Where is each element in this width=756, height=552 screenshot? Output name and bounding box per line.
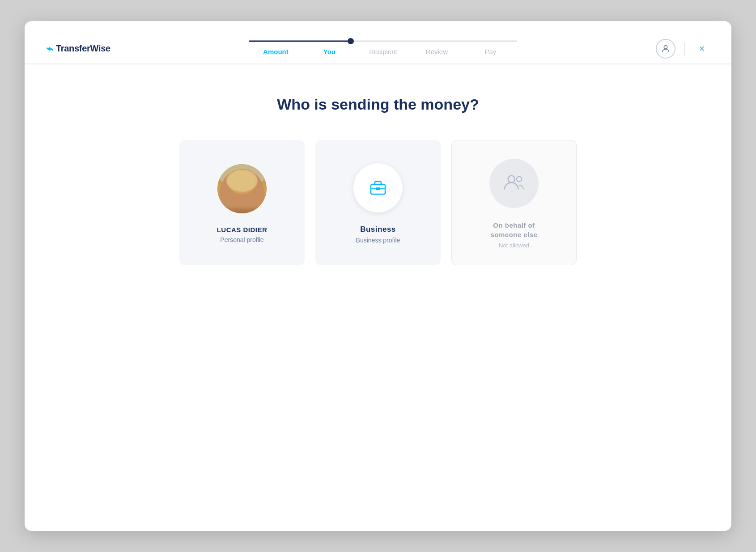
personal-avatar xyxy=(217,164,267,213)
header: ⌁ TransferWise Amount You Recipient Revi… xyxy=(25,21,731,64)
step-pay[interactable]: Pay xyxy=(463,48,517,55)
behalf-avatar xyxy=(489,159,539,208)
stepper-active-dot xyxy=(348,38,354,44)
business-profile-card[interactable]: Business Business profile xyxy=(315,140,441,265)
personal-card-subtitle: Personal profile xyxy=(220,236,263,243)
step-you[interactable]: You xyxy=(302,48,356,55)
logo: ⌁ TransferWise xyxy=(46,43,110,55)
business-card-subtitle: Business profile xyxy=(356,237,400,244)
business-avatar xyxy=(353,163,403,212)
personal-photo xyxy=(217,164,267,213)
group-icon xyxy=(503,173,525,194)
stepper-fill xyxy=(249,41,351,42)
svg-point-5 xyxy=(517,176,522,182)
header-right: × xyxy=(656,39,710,59)
profile-button[interactable] xyxy=(656,39,675,59)
business-card-name: Business xyxy=(360,225,396,234)
personal-profile-card[interactable]: LUCAS DIDIER Personal profile xyxy=(179,140,305,265)
behalf-profile-card: On behalf ofsomeone else Not allowed xyxy=(451,140,577,265)
close-button[interactable]: × xyxy=(694,41,710,57)
header-divider xyxy=(684,42,685,56)
app-window: ⌁ TransferWise Amount You Recipient Revi… xyxy=(25,21,731,531)
logo-text: TransferWise xyxy=(56,43,110,54)
svg-point-4 xyxy=(508,175,515,182)
svg-rect-3 xyxy=(376,187,380,190)
profile-cards: LUCAS DIDIER Personal profile Busine xyxy=(179,140,577,265)
step-review[interactable]: Review xyxy=(410,48,463,55)
behalf-card-subtitle: Not allowed xyxy=(499,242,529,249)
step-recipient[interactable]: Recipient xyxy=(356,48,410,55)
svg-point-0 xyxy=(664,45,667,48)
step-amount[interactable]: Amount xyxy=(249,48,302,55)
stepper: Amount You Recipient Review Pay xyxy=(110,34,656,64)
briefcase-icon xyxy=(368,177,388,199)
stepper-bar xyxy=(249,40,517,42)
logo-icon: ⌁ xyxy=(46,43,53,55)
main-content: Who is sending the money? LUCAS DIDIER P… xyxy=(25,64,731,531)
stepper-labels: Amount You Recipient Review Pay xyxy=(249,48,517,55)
personal-card-name: LUCAS DIDIER xyxy=(217,226,268,234)
page-title: Who is sending the money? xyxy=(277,96,479,113)
user-icon xyxy=(661,44,671,54)
behalf-card-name: On behalf ofsomeone else xyxy=(490,221,537,239)
